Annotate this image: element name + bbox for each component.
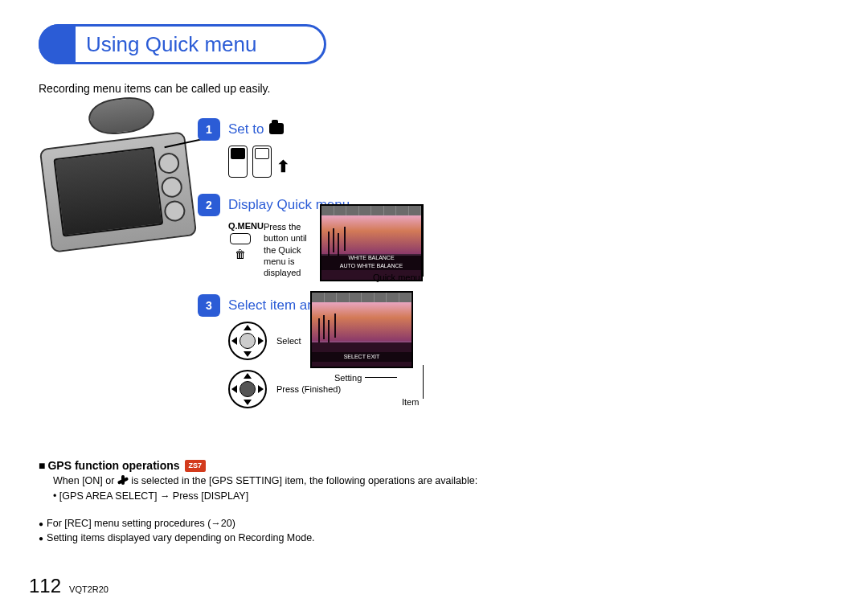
gps-airplane-icon xyxy=(117,477,129,485)
gps-heading: ■GPS function operationsZS7 xyxy=(39,458,489,474)
select-label: Select xyxy=(276,335,301,346)
trash-icon: 🗑 xyxy=(228,248,252,260)
lcd2-banner: SELECT EXIT xyxy=(312,352,411,362)
mode-switch-icons: ⬆ xyxy=(228,146,471,178)
page-number: 112 xyxy=(29,575,61,597)
step-3-number-icon: 3 xyxy=(198,294,220,317)
gps-sub: • [GPS AREA SELECT] → Press [DISPLAY] xyxy=(53,490,489,504)
press-label: Press (Finished) xyxy=(276,383,341,395)
section-title: Using Quick menu xyxy=(86,32,256,56)
rec-mode-icon xyxy=(228,146,248,178)
lcd-preview-1: WHITE BALANCE AUTO WHITE BALANCE xyxy=(320,204,423,281)
body-area: 1 Set to ⬆ 2 Display xyxy=(39,116,829,453)
up-arrow-icon: ⬆ xyxy=(276,157,290,178)
qmenu-instruction: Press the button until the Quick menu is… xyxy=(264,221,320,278)
setting-ribbon xyxy=(411,301,413,368)
doc-id: VQT2R20 xyxy=(69,584,108,594)
footnote-bullets: ●For [REC] menu setting procedures (→20)… xyxy=(39,517,489,546)
step-1-number-icon: 1 xyxy=(198,118,220,141)
bullet-1: For [REC] menu setting procedures (→20) xyxy=(47,517,235,531)
section-title-tab: Using Quick menu xyxy=(39,24,326,64)
camera-illustration xyxy=(39,116,199,260)
quick-menu-callout: Quick menu xyxy=(373,273,420,282)
svg-text:1: 1 xyxy=(206,123,212,136)
step-1-title: Set to xyxy=(228,121,284,137)
camera-mode-icon xyxy=(269,123,284,134)
gps-body: When [ON] or is selected in the [GPS SET… xyxy=(53,474,489,504)
play-mode-icon xyxy=(252,146,272,178)
item-callout: Item xyxy=(402,397,419,407)
svg-text:2: 2 xyxy=(206,199,212,211)
page-footer: 112 VQT2R20 xyxy=(29,575,108,597)
setting-callout: Setting xyxy=(334,373,397,383)
dpad-select-icon xyxy=(228,322,267,360)
step-2-number-icon: 2 xyxy=(198,194,220,216)
zs7-badge: ZS7 xyxy=(185,460,207,472)
lcd-preview-2: SELECT EXIT xyxy=(310,291,413,368)
bottom-notes: ■GPS function operationsZS7 When [ON] or… xyxy=(39,458,489,546)
lcd1-banner: WHITE BALANCE AUTO WHITE BALANCE xyxy=(321,254,421,270)
step-1: 1 Set to ⬆ xyxy=(198,118,471,178)
qmenu-button-icons: Q.MENU 🗑 xyxy=(228,221,252,278)
qmenu-label: Q.MENU xyxy=(228,221,252,231)
title-accent xyxy=(39,24,76,64)
bullet-2: Setting items displayed vary depending o… xyxy=(47,531,315,546)
intro-text: Recording menu items can be called up ea… xyxy=(39,82,829,95)
svg-text:3: 3 xyxy=(206,299,212,312)
dpad-press-icon xyxy=(228,370,267,408)
